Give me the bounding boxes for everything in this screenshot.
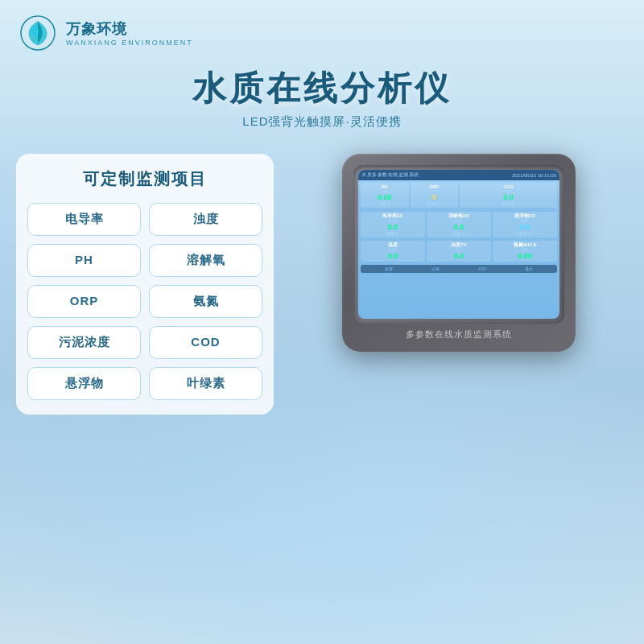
screen-row2: 电导率EC uv/cm 0.0 温度 ℃ 溶解氧DO mg/L 0.0 温度 ℃ bbox=[358, 210, 559, 239]
param-ec-value: 0.0 bbox=[363, 223, 423, 232]
list-item: ORP bbox=[27, 285, 141, 318]
param-ss-status: 温度 ℃ bbox=[495, 232, 555, 236]
screen-time: 2021/05/22 10:11:00 bbox=[512, 173, 556, 178]
screen-header: 水质多参数在线监测系统 2021/05/22 10:11:00 bbox=[358, 170, 559, 180]
device-label: 多参数在线水质监测系统 bbox=[353, 328, 564, 341]
screen-title: 水质多参数在线监测系统 bbox=[361, 171, 419, 179]
param-temp-label: 温度 bbox=[363, 242, 423, 248]
footer-btn-settings[interactable]: 设置 bbox=[385, 266, 393, 271]
param-turbidity-value: 0.0 bbox=[429, 252, 489, 261]
param-ph-value: 0.00 bbox=[363, 193, 407, 202]
list-item: 电导率 bbox=[27, 203, 141, 236]
device: 水质多参数在线监测系统 2021/05/22 10:11:00 PH pH 0.… bbox=[342, 154, 576, 352]
param-do-label: 溶解氧DO bbox=[429, 213, 489, 219]
list-item: PH bbox=[27, 244, 141, 277]
items-grid: 电导率 浊度 PH 溶解氧 ORP 氨氮 污泥浓度 COD 悬浮物 叶绿素 bbox=[27, 203, 262, 400]
param-ss-value: 0.0 bbox=[495, 223, 555, 232]
param-cod-status: 温度 ℃ bbox=[462, 202, 555, 206]
param-cod-value: 0.0 bbox=[462, 193, 555, 202]
param-ph: PH pH 0.00 温度 ℃ bbox=[361, 183, 409, 208]
param-ph-status: 温度 ℃ bbox=[363, 202, 407, 206]
logo-icon bbox=[19, 14, 56, 52]
list-item: 叶绿素 bbox=[149, 367, 262, 400]
brand-sub: WANXIANG ENVIRONMENT bbox=[66, 39, 193, 47]
param-ec: 电导率EC uv/cm 0.0 温度 ℃ bbox=[361, 212, 425, 237]
screen-footer: 设置 记录 打印 退出 bbox=[361, 265, 557, 273]
content-area: 可定制监测项目 电导率 浊度 PH 溶解氧 ORP 氨氮 污泥浓度 COD 悬浮… bbox=[0, 141, 644, 427]
footer-btn-record[interactable]: 记录 bbox=[431, 266, 440, 271]
list-item: 悬浮物 bbox=[27, 367, 141, 400]
screen-row1: PH pH 0.00 温度 ℃ ORP mV 0 温度 ℃ COD bbox=[358, 180, 559, 210]
param-nh3-label: 氨氮NH3-N bbox=[495, 242, 555, 248]
right-panel: 水质多参数在线监测系统 2021/05/22 10:11:00 PH pH 0.… bbox=[290, 154, 628, 352]
param-temp: 温度 mg/L 0.0 bbox=[361, 241, 425, 262]
logo-text: 万象环境 WANXIANG ENVIRONMENT bbox=[66, 19, 193, 47]
param-ss: 悬浮物SS mg/L 0.0 温度 ℃ bbox=[493, 212, 557, 237]
list-item: 浊度 bbox=[149, 203, 262, 236]
param-nh3: 氨氮NH3-N mg/L 0.00 bbox=[493, 241, 557, 262]
list-item: 氨氮 bbox=[149, 285, 262, 318]
title-section: 水质在线分析仪 LED强背光触摸屏·灵活便携 bbox=[0, 60, 644, 134]
list-item: COD bbox=[149, 326, 262, 359]
param-do-status: 温度 ℃ bbox=[429, 232, 489, 236]
param-orp-status: 温度 ℃ bbox=[413, 202, 456, 206]
param-do-value: 0.0 bbox=[429, 223, 489, 232]
list-item: 溶解氧 bbox=[149, 244, 262, 277]
param-ss-label: 悬浮物SS bbox=[495, 213, 555, 219]
param-orp-value: 0 bbox=[413, 193, 456, 202]
device-frame: 水质多参数在线监测系统 2021/05/22 10:11:00 PH pH 0.… bbox=[353, 165, 564, 324]
list-item: 污泥浓度 bbox=[27, 326, 141, 359]
main-title: 水质在线分析仪 bbox=[16, 66, 628, 111]
param-ec-label: 电导率EC bbox=[363, 213, 423, 219]
param-orp: ORP mV 0 温度 ℃ bbox=[411, 183, 459, 208]
param-temp-value: 0.0 bbox=[363, 252, 423, 261]
header: 万象环境 WANXIANG ENVIRONMENT bbox=[0, 0, 644, 60]
footer-btn-exit[interactable]: 退出 bbox=[525, 266, 533, 271]
screen-row3: 温度 mg/L 0.0 浊度TU NTU 0.0 氨氮NH3-N mg/L bbox=[358, 239, 559, 264]
panel-title: 可定制监测项目 bbox=[27, 168, 262, 190]
param-nh3-value: 0.00 bbox=[495, 252, 555, 261]
param-cod: COD mg/L 0.0 温度 ℃ bbox=[460, 183, 557, 208]
param-turbidity: 浊度TU NTU 0.0 bbox=[427, 241, 491, 262]
footer-btn-print[interactable]: 打印 bbox=[478, 266, 486, 271]
subtitle: LED强背光触摸屏·灵活便携 bbox=[16, 114, 628, 130]
param-do: 溶解氧DO mg/L 0.0 温度 ℃ bbox=[427, 212, 491, 237]
device-screen: 水质多参数在线监测系统 2021/05/22 10:11:00 PH pH 0.… bbox=[358, 170, 559, 319]
param-ec-status: 温度 ℃ bbox=[363, 232, 423, 236]
left-panel: 可定制监测项目 电导率 浊度 PH 溶解氧 ORP 氨氮 污泥浓度 COD 悬浮… bbox=[16, 154, 274, 415]
param-turbidity-label: 浊度TU bbox=[429, 242, 489, 248]
brand-name: 万象环境 bbox=[66, 19, 193, 39]
